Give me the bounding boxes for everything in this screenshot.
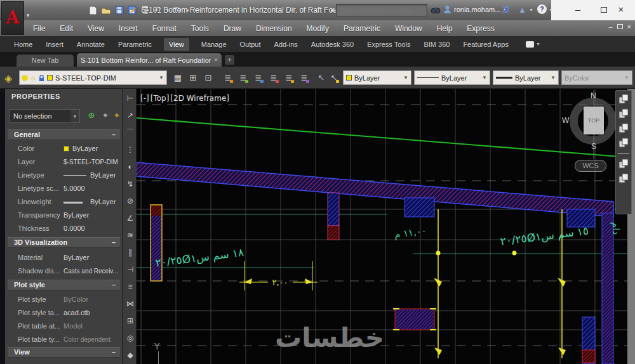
help-dropdown-icon[interactable]: ▼ (549, 8, 553, 12)
viewcube-north[interactable]: N (591, 91, 596, 100)
layer-thaw-sun-icon[interactable]: ☼ (30, 74, 36, 81)
layer-freeze-icon[interactable]: ≣ (222, 72, 234, 84)
ribbon-tab-parametric[interactable]: Parametric (117, 38, 153, 51)
dim-linear-icon[interactable]: ⊢ (123, 91, 137, 105)
dim-continue-icon[interactable]: ⊣ (123, 263, 137, 276)
drawing-canvas[interactable]: ٢,٠٠ ٢٠/٢٥Ø١٨ سم س١ ١١,٠٠ م ٢٠/٢٥Ø١٥ سم … (137, 89, 627, 364)
section-view[interactable]: View – (8, 347, 120, 358)
save-icon[interactable] (115, 6, 124, 15)
sheet-copy-icon-5[interactable] (618, 159, 629, 169)
sheet-copy-icon-6[interactable] (618, 173, 629, 183)
section-general[interactable]: General – (8, 129, 120, 140)
wcs-dropdown[interactable]: WCS (575, 160, 606, 172)
viewcube-west[interactable]: W (562, 116, 569, 125)
menu-item-format[interactable]: Format (152, 24, 177, 33)
close-button[interactable]: × (612, 3, 630, 16)
lineweight-control-dropdown[interactable]: ByLayer ▼ (493, 70, 559, 85)
menu-item-edit[interactable]: Edit (60, 24, 73, 33)
layer-dropdown[interactable]: ☼ S-STEEL-TOP-DIM ▼ (19, 70, 167, 85)
file-tab-add-icon[interactable]: + (225, 55, 234, 65)
viewcube-south[interactable]: S (591, 142, 596, 151)
doc-minimize-icon[interactable]: – (608, 23, 612, 30)
ribbon-tab-bim360[interactable]: BIM 360 (422, 38, 451, 51)
select-objects-icon[interactable]: ⌖ (99, 109, 112, 122)
dim-aligned-icon[interactable]: ↗ (123, 108, 137, 122)
viewcube-top-face[interactable]: TOP (584, 107, 604, 134)
copy-properties-icon[interactable]: ↖ (328, 72, 340, 84)
section-3d-visualization[interactable]: 3D Visualization – (8, 237, 120, 248)
a360-icon[interactable]: ▲ (518, 5, 526, 15)
menu-item-view[interactable]: View (88, 24, 104, 33)
maximize-button[interactable] (601, 7, 607, 13)
doc-restore-icon[interactable] (617, 24, 623, 29)
menu-item-window[interactable]: Window (395, 24, 422, 33)
dim-diameter-icon[interactable]: ⊘ (123, 194, 137, 208)
lineweight-dropdown-arrow-icon[interactable]: ▼ (551, 75, 556, 81)
layer-match-icon[interactable]: ≣ (267, 72, 280, 84)
sheet-copy-icon-4[interactable] (618, 138, 629, 148)
sheet-copy-icon-2[interactable] (618, 108, 629, 119)
dim-ordinate-icon[interactable]: ⋮ (123, 143, 137, 157)
viewport-visual-style-control[interactable]: [2D Wireframe] (170, 94, 229, 103)
layer-lock-icon[interactable] (39, 75, 44, 81)
file-tab-document[interactable]: S-101 Bottom Reinfor... of Raft Foundati… (77, 53, 222, 67)
layer-previous-icon[interactable]: ⊞ (187, 72, 199, 84)
menu-item-help[interactable]: Help (437, 24, 453, 33)
menu-item-express[interactable]: Express (467, 24, 494, 33)
new-file-icon[interactable] (89, 6, 97, 15)
color-control-dropdown[interactable]: ByLayer ▼ (343, 70, 411, 85)
a360-dropdown-icon[interactable]: ▼ (529, 8, 533, 12)
exchange-apps-icon[interactable]: X (503, 4, 509, 15)
dim-jogged-icon[interactable]: ↯ (123, 177, 137, 191)
ribbon-tab-autodesk360[interactable]: Autodesk 360 (310, 38, 355, 51)
layer-on-bulb-icon[interactable] (22, 75, 27, 81)
menu-item-dimension[interactable]: Dimension (256, 24, 292, 33)
menu-item-draw[interactable]: Draw (224, 24, 241, 33)
dim-arc-length-icon[interactable]: ⌒ (123, 126, 137, 140)
dim-quick-icon[interactable]: ≋ (123, 228, 137, 242)
application-menu-arrow-icon[interactable]: ▼ (25, 13, 30, 18)
selection-dropdown[interactable]: No selection ▼ (9, 109, 80, 123)
application-menu-button[interactable]: A (1, 1, 24, 35)
layer-lock-toggle-icon[interactable]: ≣ (252, 72, 265, 84)
ribbon-tab-annotate[interactable]: Annotate (76, 38, 106, 51)
collapse-icon[interactable]: – (112, 348, 116, 356)
sheet-copy-icon-1[interactable] (618, 94, 629, 104)
help-icon[interactable]: ? (537, 4, 547, 14)
doc-close-icon[interactable]: × (627, 23, 631, 30)
layer-off-icon[interactable]: ≣ (237, 72, 250, 84)
ribbon-tab-output[interactable]: Output (239, 38, 262, 51)
ribbon-tab-express-tools[interactable]: Express Tools (366, 38, 411, 51)
ribbon-tab-view[interactable]: View (164, 38, 189, 51)
collapse-icon[interactable]: – (112, 238, 116, 246)
collapse-icon[interactable]: – (112, 131, 116, 138)
open-file-icon[interactable] (101, 6, 111, 15)
dim-break-icon[interactable]: ⋈ (123, 297, 137, 311)
toggle-pickadd-icon[interactable]: ⊕ (85, 109, 98, 122)
layer-walk-icon[interactable]: ≣ (283, 72, 295, 84)
file-tab-new[interactable]: New Tab (17, 55, 74, 67)
menu-item-file[interactable]: File (33, 24, 45, 33)
ribbon-display-toggle[interactable]: ▼ (526, 41, 540, 48)
search-input[interactable] (337, 6, 427, 17)
dim-angular-icon[interactable]: ∠ (123, 211, 137, 225)
viewcube[interactable]: N W E S TOP (565, 94, 623, 157)
menu-item-tools[interactable]: Tools (191, 24, 209, 33)
layer-merge-icon[interactable]: ≣ (298, 72, 311, 84)
ribbon-tab-home[interactable]: Home (13, 38, 34, 51)
layer-states-icon[interactable]: ▦ (171, 72, 184, 84)
match-properties-icon[interactable]: ↖ (315, 72, 328, 84)
minimize-button[interactable]: – (569, 3, 587, 16)
menu-item-parametric[interactable]: Parametric (344, 24, 380, 33)
linetype-dropdown-arrow-icon[interactable]: ▼ (482, 75, 487, 81)
layer-isolate-icon[interactable]: ⊡ (202, 72, 215, 84)
color-dropdown-arrow-icon[interactable]: ▼ (403, 75, 408, 81)
collapse-icon[interactable]: – (112, 281, 116, 289)
dim-space-icon[interactable]: ≡ (123, 280, 137, 294)
save-as-icon[interactable] (128, 6, 137, 15)
linetype-control-dropdown[interactable]: ByLayer ▼ (414, 70, 490, 85)
quick-select-icon[interactable]: ⌖ (110, 109, 123, 122)
layer-properties-manager-icon[interactable]: ◈ (4, 72, 12, 84)
ribbon-tab-featured-apps[interactable]: Featured Apps (462, 38, 510, 51)
viewport-view-control[interactable]: [Top] (150, 94, 170, 103)
